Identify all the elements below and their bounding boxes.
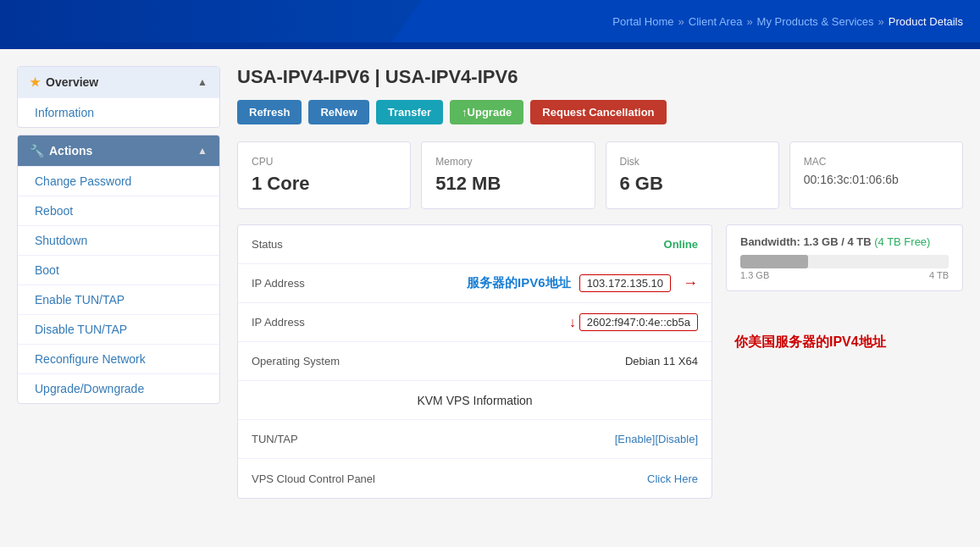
ip4-key: IP Address [252,277,421,290]
sidebar-header-actions[interactable]: 🔧 Actions ▲ [18,135,219,166]
ip6-box: 2602:f947:0:4e::cb5a [579,313,698,331]
sidebar-item-enable-tuntap[interactable]: Enable TUN/TAP [18,285,219,314]
sub-bar [0,42,980,49]
sidebar-information-label: Information [35,106,94,119]
info-row-tuntap: TUN/TAP [Enable][Disable] [238,420,711,459]
annotation-area: 你美国服务器的IPV4地址 [726,334,963,351]
sidebar-item-disable-tuntap[interactable]: Disable TUN/TAP [18,314,219,344]
info-row-status: Status Online [238,225,711,264]
tuntap-enable-link[interactable]: [Enable] [615,433,656,445]
sidebar-item-upgrade-downgrade[interactable]: Upgrade/Downgrade [18,373,219,403]
vps-cloud-key: VPS Cloud Control Panel [252,472,421,485]
stats-row: CPU 1 Core Memory 512 MB Disk 6 GB MAC 0… [237,141,963,209]
page-wrapper: ★ Overview ▲ Information 🔧 Actions ▲ Cha… [0,49,980,526]
sidebar-item-reconfigure-network[interactable]: Reconfigure Network [18,344,219,373]
sidebar-upgrade-downgrade-label: Upgrade/Downgrade [35,382,144,395]
bandwidth-total-label: 4 TB [929,270,949,280]
stat-mac-label: MAC [804,156,949,168]
stat-card-memory: Memory 512 MB [421,141,595,209]
os-key: Operating System [252,355,421,367]
tuntap-key: TUN/TAP [252,433,421,445]
top-navigation-bar: Portal Home » Client Area » My Products … [0,0,980,42]
request-cancellation-button[interactable]: Request Cancellation [530,100,666,124]
transfer-button[interactable]: Transfer [376,100,443,124]
sidebar-shutdown-label: Shutdown [35,234,87,247]
wrench-icon: 🔧 [30,144,44,157]
sidebar-overview-label: Overview [46,75,98,89]
breadcrumb-client-area[interactable]: Client Area [689,15,743,28]
bandwidth-section: Bandwidth: 1.3 GB / 4 TB (4 TB Free) 1.3… [726,224,963,291]
breadcrumb-sep-3: » [878,15,884,28]
bandwidth-used-label: 1.3 GB [740,270,769,280]
sidebar-header-actions-left: 🔧 Actions [30,144,92,157]
os-value: Debian 11 X64 [421,355,698,367]
vps-cloud-link[interactable]: Click Here [647,472,698,485]
stat-cpu-value: 1 Core [252,173,396,195]
info-row-vps-cloud: VPS Cloud Control Panel Click Here [238,459,711,498]
sidebar-change-password-label: Change Password [35,174,131,188]
sidebar-disable-tuntap-label: Disable TUN/TAP [35,323,127,336]
status-value: Online [421,238,698,251]
breadcrumb-sep-1: » [678,15,684,28]
stat-card-disk: Disk 6 GB [606,141,779,209]
sidebar-item-information[interactable]: Information [18,97,219,127]
stat-cpu-label: CPU [252,156,396,168]
sidebar-item-change-password[interactable]: Change Password [18,166,219,196]
breadcrumb: Portal Home » Client Area » My Products … [612,15,963,28]
sidebar: ★ Overview ▲ Information 🔧 Actions ▲ Cha… [17,66,220,509]
bw-annotation-col: Bandwidth: 1.3 GB / 4 TB (4 TB Free) 1.3… [726,224,963,351]
stat-memory-label: Memory [435,156,580,168]
bandwidth-bar-container [740,255,949,268]
bandwidth-bar-labels: 1.3 GB 4 TB [740,270,949,280]
info-row-ip6: IP Address ↓ 2602:f947:0:4e::cb5a [238,303,711,342]
star-icon: ★ [30,75,41,89]
sidebar-actions-label: Actions [49,144,92,157]
sidebar-reconfigure-network-label: Reconfigure Network [35,352,146,366]
ip6-key: IP Address [252,316,421,329]
stat-card-cpu: CPU 1 Core [237,141,411,209]
bandwidth-label: Bandwidth: 1.3 GB / 4 TB (4 TB Free) [740,235,949,248]
sidebar-item-boot[interactable]: Boot [18,255,219,285]
bandwidth-bar-used [740,255,808,268]
sidebar-section-overview: ★ Overview ▲ Information [17,66,220,128]
stat-card-mac: MAC 00:16:3c:01:06:6b [789,141,963,209]
main-content: USA-IPV4-IPV6 | USA-IPV4-IPV6 Refresh Re… [237,66,963,509]
sidebar-header-overview[interactable]: ★ Overview ▲ [18,67,219,97]
breadcrumb-current: Product Details [889,15,963,28]
arrow-down-icon: ↓ [569,315,576,330]
tuntap-disable-link[interactable]: [Disable] [655,433,698,445]
sidebar-boot-label: Boot [35,263,59,277]
stat-disk-value: 6 GB [620,173,765,195]
status-col: Status Online IP Address 服务器的IPV6地址 103.… [237,224,712,499]
vps-cloud-value: Click Here [421,472,698,485]
sidebar-enable-tuntap-label: Enable TUN/TAP [35,293,125,307]
breadcrumb-my-products[interactable]: My Products & Services [757,15,874,28]
page-title: USA-IPV4-IPV6 | USA-IPV4-IPV6 [237,66,963,88]
renew-button[interactable]: ReNew [308,100,368,124]
breadcrumb-sep-2: » [746,15,752,28]
info-row-os: Operating System Debian 11 X64 [238,342,711,381]
sidebar-item-reboot[interactable]: Reboot [18,196,219,225]
info-row-ip4: IP Address 服务器的IPV6地址 103.172.135.10 → [238,264,711,303]
refresh-button[interactable]: Refresh [237,100,302,124]
button-row: Refresh ReNew Transfer ↑Upgrade Request … [237,100,963,124]
sidebar-section-actions: 🔧 Actions ▲ Change Password Reboot Shutd… [17,135,220,404]
info-row-kvm: KVM VPS Information [238,381,711,420]
info-table: Status Online IP Address 服务器的IPV6地址 103.… [237,224,712,499]
ip4-value-row: 服务器的IPV6地址 103.172.135.10 → [421,274,698,292]
sidebar-reboot-label: Reboot [35,204,73,218]
arrow-right-icon: → [683,274,698,292]
ip4-box: 103.172.135.10 [579,274,671,292]
ip4-chinese-label: 服务器的IPV6地址 [467,275,571,291]
stat-memory-value: 512 MB [435,173,580,195]
kvm-center: KVM VPS Information [252,394,698,407]
stat-disk-label: Disk [620,156,765,168]
chevron-up-icon: ▲ [197,76,208,88]
sidebar-header-overview-left: ★ Overview [30,75,98,89]
upgrade-button[interactable]: ↑Upgrade [450,100,523,124]
breadcrumb-portal-home[interactable]: Portal Home [612,15,673,28]
status-key: Status [252,238,421,251]
bandwidth-free: (4 TB Free) [874,235,930,248]
sidebar-item-shutdown[interactable]: Shutdown [18,225,219,255]
status-bandwidth-row: Status Online IP Address 服务器的IPV6地址 103.… [237,224,963,499]
